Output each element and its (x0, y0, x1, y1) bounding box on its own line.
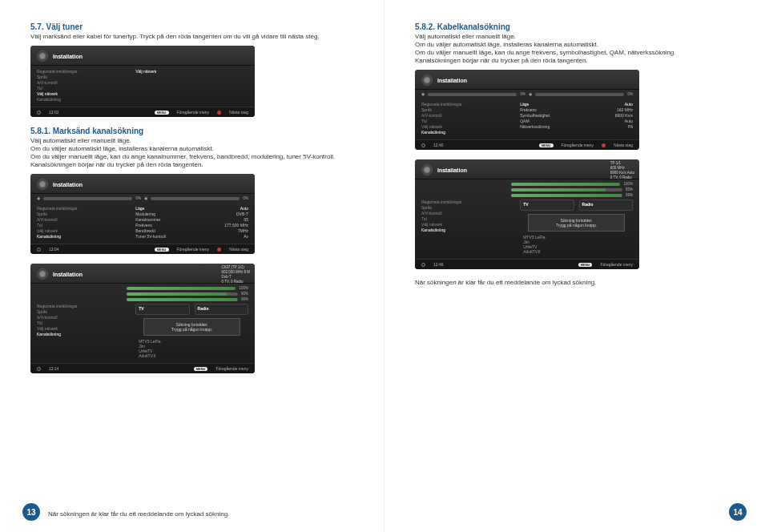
ss-header: Installation (30, 46, 255, 66)
menu-item: A/V-kontroll (37, 217, 129, 222)
pct: 0% (520, 92, 525, 96)
progress-bar (511, 194, 622, 197)
ss-header: Installation Ch37 (TP 1/1) 602.000 MHz 8… (30, 264, 255, 284)
menu-label: Föregående meny (177, 110, 210, 115)
menu-item: Regionala inställningar (37, 69, 129, 74)
progress-row: 99% (511, 192, 633, 198)
ss-body: Regionala inställningar Språk A/V-kontro… (30, 203, 255, 244)
progress-bar (127, 298, 238, 301)
section-title-5-8-2: 5.8.2. Kabelkanalsökning (415, 22, 739, 31)
red-dot-icon (602, 143, 606, 147)
progress-row: 85% (511, 187, 633, 192)
gear-icon (421, 164, 433, 175)
ss-content: LägeAuto ModuleringDVB-T Kanalnummer05 F… (135, 206, 248, 239)
scan-info: TP 1/1 600 MHz 6900 Ks/s Auto 0 TV, 0 Ra… (610, 161, 634, 179)
progress-row: ◉ 0% ◉ 0% (30, 194, 255, 203)
progress-row: ◉ 0% ◉ 0% (415, 90, 639, 99)
red-dot-icon (217, 111, 221, 115)
radio-column: Radio (579, 200, 633, 211)
screenshot-marksand-settings: Installation ◉ 0% ◉ 0% Regionala inställ… (30, 174, 255, 254)
menu-item: Välj nätverk (37, 326, 129, 331)
ss-title: Installation (53, 54, 83, 59)
gear-icon (37, 268, 48, 280)
pct: 99% (626, 193, 633, 197)
next-label: Nästa steg (229, 247, 248, 252)
next-label: Nästa steg (229, 110, 248, 115)
ss-menu: Regionala inställningar Språk A/V-kontro… (421, 102, 513, 135)
menu-item: Välj nätverk (421, 222, 513, 227)
setting-row: Symbolhastighet6900 Ks/s (520, 113, 633, 118)
menu-item: A/V-kontroll (37, 80, 129, 85)
setting-row: Bandbredd7MHz (135, 228, 248, 233)
setting-row: LägeAuto (520, 102, 633, 107)
progress-bar (428, 93, 517, 96)
tv-column: TV (520, 200, 574, 211)
menu-button-pill: MENU (578, 263, 593, 267)
menu-label: Föregående meny (177, 247, 210, 252)
ss-footer: 12:40 MENU Föregående meny Nästa steg (415, 139, 639, 150)
menu-item: Kanalsökning (37, 97, 129, 102)
menu-label: Föregående meny (600, 262, 633, 267)
content-label: Välj nätverk (135, 69, 248, 74)
pct: 0% (135, 196, 141, 200)
tv-list: MTV3 LeFla Jim UrheTV AdultTV.fl (520, 235, 633, 254)
clock-icon (421, 263, 425, 267)
progress-bar (127, 292, 238, 296)
time: 12:14 (49, 366, 59, 371)
progress-bar (43, 197, 132, 200)
radio-column: Radio (195, 304, 248, 315)
ss-footer: 12:04 MENU Föregående meny Nästa steg (30, 244, 255, 254)
progress-row: 100% (511, 181, 633, 187)
next-label: Nästa steg (614, 143, 633, 147)
menu-label: Föregående meny (562, 143, 594, 147)
menu-item-selected: Kanalsökning (421, 130, 513, 135)
pct: 100% (623, 182, 633, 186)
below-text-right: När sökningen är klar får du ett meddela… (415, 279, 739, 287)
ss-menu: Regionala inställningar Språk A/V-kontro… (421, 200, 513, 254)
setting-row: Frekvens162 MHz (520, 107, 633, 112)
section-body-5-7: Välj marksänd eller kabel för tunertyp. … (30, 33, 353, 41)
menu-item-selected: Kanalsökning (37, 234, 129, 239)
scan-info: Ch37 (TP 1/1) 602.000 MHz 8 M Dvb-T 0 TV… (221, 265, 250, 284)
menu-item: Välj nätverk (37, 228, 129, 233)
bottom-text-left: När sökningen är klar får du ett meddela… (48, 510, 229, 518)
menu-item: Regionala inställningar (421, 102, 513, 107)
red-dot-icon (217, 248, 221, 252)
progress-bar (151, 197, 240, 200)
menu-item: Språk (37, 309, 129, 314)
screenshot-kabel-scan: Installation TP 1/1 600 MHz 6900 Ks/s Au… (415, 159, 639, 269)
menu-button-pill: MENU (194, 367, 208, 371)
scan-message: Sökning fortsätter. Trygg på någon knapp… (528, 214, 625, 232)
ss-header: Installation (415, 70, 639, 90)
ss-header: Installation (30, 174, 255, 194)
gear-icon (421, 75, 433, 86)
menu-button-pill: MENU (539, 143, 554, 147)
ss-title: Installation (437, 78, 467, 83)
menu-label: Föregående meny (215, 366, 248, 371)
ss-content: Välj nätverk (135, 69, 248, 102)
section-body-5-8-2: Välj automatiskt eller manuellt läge. Om… (415, 33, 739, 65)
ss-footer: 12:02 MENU Föregående meny Nästa steg (30, 107, 255, 117)
ss-body: Regionala inställningar Språk A/V-kontro… (30, 66, 255, 107)
pbar-icon: ◉ (144, 196, 147, 200)
pct: 85% (626, 187, 633, 191)
progress-bar (127, 287, 236, 290)
menu-item: Språk (37, 212, 129, 216)
ss-title: Installation (437, 167, 467, 173)
menu-item: Regionala inställningar (421, 200, 513, 204)
setting-row: ModuleringDVB-T (135, 212, 248, 216)
gear-icon (37, 50, 48, 62)
menu-item: Tid (421, 119, 513, 123)
menu-item: Tid (37, 320, 129, 325)
tv-list: MTV3 LeFla Jim UrheTV AdultTV.fl (135, 339, 248, 358)
tv-column: TV (135, 304, 189, 315)
setting-row: QAMAuto (520, 119, 633, 123)
setting-row: NätverkssökningPå (520, 124, 633, 129)
clock-icon (421, 143, 425, 147)
time: 12:46 (433, 262, 444, 267)
clock-icon (37, 248, 41, 252)
ss-menu: Regionala inställningar Språk A/V-kontro… (37, 69, 129, 102)
setting-row: LägeAuto (135, 206, 248, 211)
screenshot-kabel-settings: Installation ◉ 0% ◉ 0% Regionala inställ… (415, 70, 639, 150)
page-left: 5.7. Välj tuner Välj marksänd eller kabe… (0, 0, 384, 532)
